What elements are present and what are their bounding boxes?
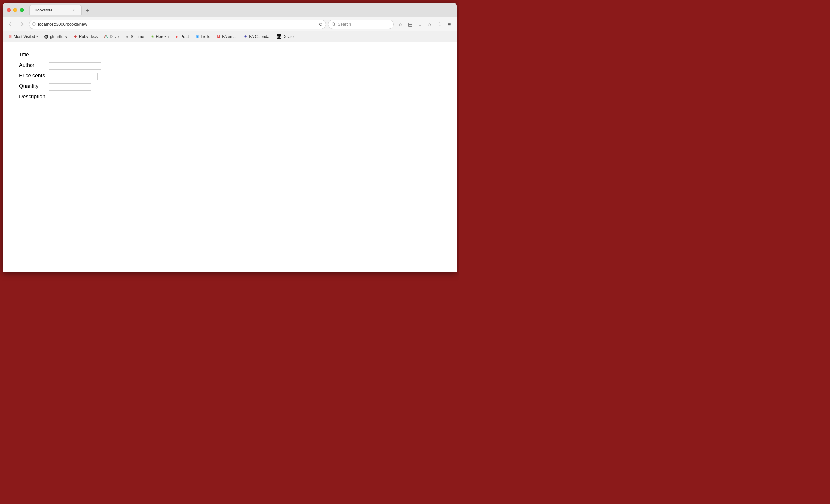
bookmark-pratt[interactable]: ● Pratt — [172, 33, 191, 40]
tabs-area: Bookstore × + — [29, 5, 453, 15]
svg-text:gh: gh — [45, 35, 49, 38]
bookmark-strftime-label: Strftime — [131, 34, 144, 39]
back-button[interactable] — [5, 19, 15, 29]
tab-close-button[interactable]: × — [71, 8, 76, 12]
home-button[interactable]: ⌂ — [425, 20, 434, 29]
bookmark-ruby-docs[interactable]: ◆ Ruby-docs — [70, 33, 100, 40]
nav-actions: ☆ ▤ ↓ ⌂ 🛡 ≡ — [396, 20, 454, 29]
back-icon — [8, 22, 12, 27]
title-input[interactable] — [49, 52, 101, 59]
bookmark-pratt-label: Pratt — [181, 34, 189, 39]
description-input[interactable] — [49, 94, 106, 107]
search-icon — [332, 22, 336, 26]
search-placeholder: Search — [338, 22, 351, 27]
info-icon: ⓘ — [32, 22, 36, 27]
minimize-button[interactable] — [13, 8, 18, 12]
search-bar[interactable]: Search — [328, 20, 394, 29]
most-visited-icon: ⊞ — [8, 34, 12, 39]
page-content: Title Author Price cents Quantity Descri… — [3, 42, 457, 272]
download-button[interactable]: ↓ — [415, 20, 424, 29]
svg-text:DEV: DEV — [277, 36, 281, 39]
devto-icon: DEV — [277, 34, 281, 39]
bookmark-fa-email[interactable]: M FA email — [214, 33, 240, 40]
bookmark-fa-email-label: FA email — [222, 34, 237, 39]
price-cents-field-row: Price cents — [19, 73, 447, 80]
quantity-field-row: Quantity — [19, 83, 447, 91]
title-bar: Bookstore × + — [3, 3, 457, 17]
fa-email-icon: M — [216, 34, 221, 39]
bookmark-heroku[interactable]: ◈ Heroku — [148, 33, 171, 40]
bookmark-drive-label: Drive — [109, 34, 119, 39]
active-tab[interactable]: Bookstore × — [29, 5, 82, 15]
bookmark-strftime[interactable]: ● Strftime — [122, 33, 147, 40]
drive-icon — [104, 34, 108, 39]
bookmarks-bar: ⊞ Most Visited ▾ gh gh-artfully ◆ Ruby-d… — [3, 32, 457, 42]
ruby-docs-icon: ◆ — [73, 34, 78, 39]
author-label: Author — [19, 62, 49, 68]
bookmark-fa-calendar[interactable]: ◈ FA Calendar — [241, 33, 273, 40]
close-button[interactable] — [6, 8, 11, 12]
new-tab-button[interactable]: + — [83, 6, 92, 15]
bookmark-trello-label: Trello — [201, 34, 211, 39]
bookmark-fa-calendar-label: FA Calendar — [249, 34, 270, 39]
quantity-input[interactable] — [49, 83, 91, 91]
bookmark-ruby-docs-label: Ruby-docs — [79, 34, 98, 39]
tab-title: Bookstore — [35, 8, 53, 12]
bookmark-devto-label: Dev.to — [283, 34, 294, 39]
forward-button[interactable] — [17, 19, 27, 29]
quantity-label: Quantity — [19, 83, 49, 89]
bookmark-most-visited[interactable]: ⊞ Most Visited ▾ — [5, 33, 41, 40]
svg-marker-5 — [106, 35, 108, 38]
reader-view-button[interactable]: ▤ — [406, 20, 415, 29]
bookmark-devto[interactable]: DEV Dev.to — [274, 33, 296, 40]
url-text: localhost:3000/books/new — [38, 22, 317, 27]
reload-button[interactable]: ↻ — [319, 22, 322, 27]
bookmark-trello[interactable]: ▣ Trello — [192, 33, 213, 40]
description-field-row: Description — [19, 94, 447, 107]
strftime-icon: ● — [125, 34, 129, 39]
author-field-row: Author — [19, 62, 447, 69]
traffic-lights — [6, 8, 24, 12]
price-cents-input[interactable] — [49, 73, 98, 80]
title-field-row: Title — [19, 52, 447, 59]
address-bar[interactable]: ⓘ localhost:3000/books/new ↻ — [29, 20, 326, 29]
bookmark-gh-artfully[interactable]: gh gh-artfully — [41, 33, 70, 40]
menu-button[interactable]: ≡ — [445, 20, 454, 29]
bookmark-gh-artfully-label: gh-artfully — [50, 34, 67, 39]
svg-line-1 — [334, 25, 335, 26]
bookmark-most-visited-label: Most Visited — [14, 34, 35, 39]
bookmark-heroku-label: Heroku — [156, 34, 169, 39]
nav-bar: ⓘ localhost:3000/books/new ↻ Search ☆ ▤ … — [3, 17, 457, 32]
svg-point-0 — [332, 23, 334, 25]
maximize-button[interactable] — [20, 8, 24, 12]
description-label: Description — [19, 94, 49, 100]
gh-artfully-icon: gh — [44, 34, 49, 39]
author-input[interactable] — [49, 62, 101, 69]
bookmark-star-button[interactable]: ☆ — [396, 20, 405, 29]
shield-button[interactable]: 🛡 — [435, 20, 444, 29]
pratt-icon: ● — [174, 34, 179, 39]
forward-icon — [20, 22, 24, 27]
fa-calendar-icon: ◈ — [243, 34, 248, 39]
price-cents-label: Price cents — [19, 73, 49, 79]
title-label: Title — [19, 52, 49, 58]
bookmark-drive[interactable]: Drive — [101, 33, 121, 40]
trello-icon: ▣ — [195, 34, 199, 39]
book-form: Title Author Price cents Quantity Descri… — [12, 52, 447, 107]
browser-window: Bookstore × + ⓘ localhost:3000/books/new… — [3, 3, 457, 272]
heroku-icon: ◈ — [150, 34, 155, 39]
